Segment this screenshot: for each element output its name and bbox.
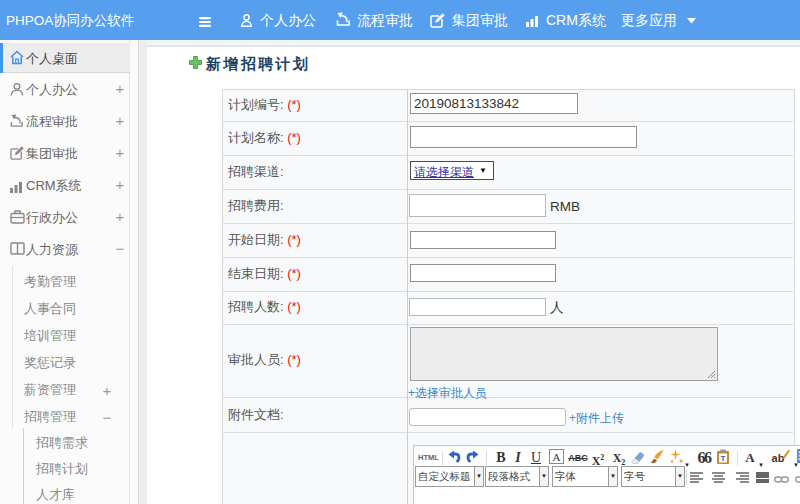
svg-text:T: T <box>721 454 726 463</box>
